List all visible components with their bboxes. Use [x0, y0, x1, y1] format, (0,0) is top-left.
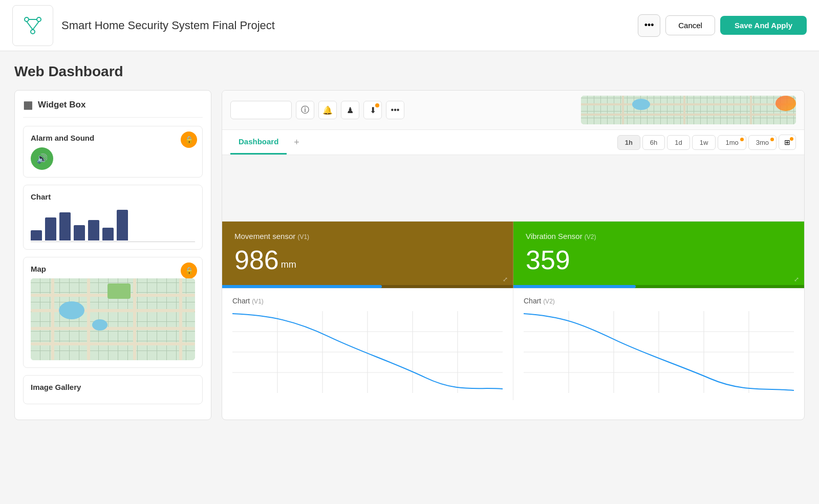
- movement-progress-bar: [222, 285, 513, 288]
- map-grid: [31, 278, 195, 360]
- content-area: ⓘ 🔔 ♟ ⬇ •••: [222, 90, 805, 420]
- top-bar-search[interactable]: [230, 101, 292, 119]
- bar-1: [31, 230, 42, 240]
- sound-icon: 🔊: [36, 153, 48, 164]
- movement-version: (V1): [297, 233, 309, 240]
- vibration-label: Vibration Sensor (V2): [526, 232, 792, 240]
- chart-row: Chart (V1): [222, 288, 804, 400]
- people-icon-btn[interactable]: ♟: [341, 101, 359, 119]
- vibration-version: (V2): [585, 233, 596, 240]
- bar-4: [74, 225, 85, 240]
- tab-add-button[interactable]: +: [287, 132, 307, 153]
- tab-dashboard[interactable]: Dashboard: [230, 130, 287, 155]
- time-1h[interactable]: 1h: [617, 135, 640, 150]
- download-dot: [375, 103, 379, 107]
- time-1d[interactable]: 1d: [667, 135, 689, 150]
- widget-card-alarm: Alarm and Sound 🔒 🔊: [23, 126, 203, 178]
- bar-5: [88, 220, 99, 240]
- alarm-title: Alarm and Sound: [31, 134, 195, 142]
- info-icon-btn[interactable]: ⓘ: [296, 101, 314, 119]
- bar-3: [59, 212, 71, 240]
- tabs-row: Dashboard + 1h 6h 1d 1w 1mo 3mo ⊞: [222, 130, 804, 155]
- logo: [12, 5, 53, 46]
- svg-line-5: [33, 21, 39, 30]
- widget-card-gallery: Image Gallery: [23, 375, 203, 404]
- widget-box-icon: ▦: [23, 99, 33, 111]
- sensor-card-movement: Movement sensor (V1) 986 mm ⤢: [222, 222, 513, 288]
- movement-value: 986 mm: [234, 245, 501, 275]
- chart-panel-v2: Chart (V2): [513, 288, 804, 400]
- svg-point-1: [37, 17, 41, 21]
- time-1mo[interactable]: 1mo: [718, 135, 746, 150]
- bar-2: [45, 217, 56, 240]
- movement-label: Movement sensor (V1): [234, 232, 501, 240]
- time-filters: 1h 6h 1d 1w 1mo 3mo ⊞: [617, 135, 796, 150]
- time-filter-button[interactable]: ⊞: [779, 135, 796, 150]
- svg-point-2: [31, 30, 35, 34]
- widget-box-header: ▦ Widget Box: [23, 99, 203, 118]
- svg-point-0: [25, 17, 29, 21]
- vibration-expand[interactable]: ⤢: [794, 276, 799, 283]
- more-icon-btn[interactable]: •••: [386, 101, 404, 119]
- movement-number: 986: [234, 245, 279, 275]
- more-button[interactable]: •••: [638, 14, 660, 37]
- map-preview: [31, 278, 195, 360]
- widget-card-chart: Chart: [23, 185, 203, 250]
- map-title: Map: [31, 265, 195, 273]
- page-title: Web Dashboard: [14, 63, 805, 80]
- chart-v2-version: (V2): [543, 298, 555, 305]
- header: Smart Home Security System Final Project…: [0, 0, 819, 51]
- alarm-lock-badge: 🔒: [181, 132, 197, 148]
- movement-unit: mm: [281, 259, 296, 270]
- chart-v2-title: Chart (V2): [524, 297, 794, 305]
- main-layout: ▦ Widget Box Alarm and Sound 🔒 🔊 Chart: [14, 90, 805, 420]
- time-6h[interactable]: 6h: [642, 135, 665, 150]
- widget-box: ▦ Widget Box Alarm and Sound 🔒 🔊 Chart: [14, 90, 211, 420]
- time-1w[interactable]: 1w: [692, 135, 716, 150]
- sound-button[interactable]: 🔊: [31, 147, 53, 170]
- content-top-bar: ⓘ 🔔 ♟ ⬇ •••: [222, 91, 804, 130]
- chart-v1-svg: [232, 311, 503, 393]
- bar-6: [102, 228, 114, 240]
- chart-v1-version: (V1): [252, 298, 264, 305]
- chart-v1-title: Chart (V1): [232, 297, 503, 305]
- time-3mo[interactable]: 3mo: [748, 135, 777, 150]
- vibration-number: 359: [526, 245, 570, 275]
- widget-box-label: Widget Box: [38, 100, 85, 110]
- vibration-progress-bar: [513, 285, 804, 288]
- vibration-progress-fill: [513, 285, 636, 288]
- cancel-button[interactable]: Cancel: [665, 15, 715, 35]
- chart-bars: [31, 206, 195, 242]
- header-title: Smart Home Security System Final Project: [61, 19, 630, 32]
- chart-title: Chart: [31, 192, 195, 201]
- save-button[interactable]: Save And Apply: [720, 16, 807, 35]
- chart-panel-v1: Chart (V1): [222, 288, 513, 400]
- svg-line-4: [27, 21, 33, 30]
- sensor-card-vibration: Vibration Sensor (V2) 359 ⤢: [513, 222, 804, 288]
- header-actions: ••• Cancel Save And Apply: [638, 14, 807, 37]
- vibration-value: 359: [526, 245, 792, 275]
- movement-progress-fill: [222, 285, 382, 288]
- bar-7: [117, 210, 128, 240]
- widget-card-map: Map 🔒: [23, 257, 203, 368]
- gray-area: [222, 155, 804, 222]
- gallery-title: Image Gallery: [31, 383, 195, 391]
- sensor-row: Movement sensor (V1) 986 mm ⤢ Vibration …: [222, 222, 804, 288]
- download-icon-btn[interactable]: ⬇: [363, 101, 382, 119]
- bell-icon-btn[interactable]: 🔔: [318, 101, 337, 119]
- chart-v2-svg: [524, 311, 794, 393]
- page-body: Web Dashboard ▦ Widget Box Alarm and Sou…: [0, 51, 819, 432]
- map-lock-badge: 🔒: [181, 262, 197, 279]
- movement-expand[interactable]: ⤢: [503, 276, 508, 283]
